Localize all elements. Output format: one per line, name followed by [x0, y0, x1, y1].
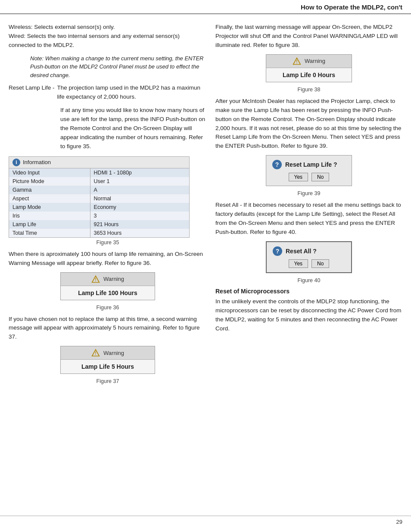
dialog39-icon: ?: [272, 160, 282, 169]
table-cell-label: Gamma: [9, 186, 90, 194]
table-row: Lamp Life921 Hours: [9, 220, 189, 229]
warning-triangle-icon-37: !: [91, 348, 100, 357]
dialog39-no-button[interactable]: No: [311, 173, 329, 181]
table-cell-value: User 1: [90, 177, 189, 186]
table-cell-value: 3: [90, 212, 189, 220]
para-100hrs: When there is aproximately 100 hours of …: [9, 250, 207, 268]
table-cell-label: Iris: [9, 212, 90, 220]
dialog40-buttons: Yes No: [273, 259, 345, 268]
dialog40-yes-button[interactable]: Yes: [289, 259, 308, 268]
table-row: GammaA: [9, 186, 189, 194]
para-reset: After your McIntosh Dealer has replaced …: [215, 97, 402, 151]
info-table-title: Information: [23, 159, 51, 165]
hours-para: If at any time you would like to know ho…: [9, 106, 207, 151]
warning36-body: Lamp Life 100 Hours: [61, 286, 155, 300]
table-row: Picture ModeUser 1: [9, 177, 189, 186]
table-cell-value: Economy: [90, 203, 189, 212]
page-container: How to Operate the MDLP2, con't Wireless…: [0, 0, 411, 532]
table-cell-label: Lamp Mode: [9, 203, 90, 212]
warning36-header: ! Warning: [61, 273, 155, 286]
info-table: Video InputHDMI 1 - 1080pPicture ModeUse…: [9, 168, 189, 237]
reset-all-label: Reset All -: [215, 202, 242, 208]
reset-all-text: If it becomes necessary to reset all the…: [215, 202, 401, 235]
figure35-caption: Figure 35: [9, 240, 207, 246]
table-cell-label: Aspect: [9, 194, 90, 203]
warning37-body: Lamp Life 5 Hours: [61, 360, 155, 373]
warning38-body: Lamp Life 0 Hours: [266, 68, 352, 82]
svg-text:!: !: [95, 277, 96, 282]
table-cell-label: Video Input: [9, 168, 90, 177]
info-icon: i: [12, 159, 20, 166]
content-area: Wireless: Selects external sensor(s) onl…: [0, 14, 411, 406]
reset-lamp-block: Reset Lamp Life - The projection lamp us…: [9, 84, 207, 102]
table-cell-label: Lamp Life: [9, 220, 90, 229]
svg-text:!: !: [95, 351, 96, 356]
figure36-caption: Figure 36: [9, 305, 207, 311]
table-row: Iris3: [9, 212, 189, 220]
warning37-header: ! Warning: [61, 346, 155, 360]
page-footer: 29: [0, 516, 411, 528]
table-row: Lamp ModeEconomy: [9, 203, 189, 212]
figure38-caption: Figure 38: [215, 87, 402, 93]
info-table-wrapper: i Information Video InputHDMI 1 - 1080pP…: [9, 156, 190, 238]
note-block: Note: When making a change to the curren…: [9, 54, 207, 80]
warning38-title: Warning: [305, 58, 325, 64]
page-header: How to Operate the MDLP2, con't: [0, 0, 411, 14]
table-row: Video InputHDMI 1 - 1080p: [9, 168, 189, 177]
warning36-title: Warning: [103, 276, 124, 282]
table-cell-value: HDMI 1 - 1080p: [90, 168, 189, 177]
para-final: Finally, the last warning message will a…: [215, 23, 402, 50]
table-cell-label: Total Time: [9, 229, 90, 237]
warning-box-37: ! Warning Lamp Life 5 Hours: [60, 346, 155, 374]
svg-text:!: !: [296, 59, 297, 64]
wireless-wired-para: Wireless: Selects external sensor(s) onl…: [9, 23, 207, 50]
dialog-box-40: ? Reset All ? Yes No: [266, 241, 352, 273]
dialog39-yes-button[interactable]: Yes: [289, 173, 308, 181]
table-cell-label: Picture Mode: [9, 177, 90, 186]
figure37-caption: Figure 37: [9, 378, 207, 384]
warning38-header: ! Warning: [266, 55, 352, 68]
table-row: AspectNormal: [9, 194, 189, 203]
dialog40-header: ? Reset All ?: [273, 246, 345, 256]
info-table-header: i Information: [9, 157, 189, 168]
table-cell-value: 921 Hours: [90, 220, 189, 229]
right-column: Finally, the last warning message will a…: [215, 23, 402, 389]
left-column: Wireless: Selects external sensor(s) onl…: [9, 23, 207, 389]
warning-box-36: ! Warning Lamp Life 100 Hours: [60, 272, 155, 300]
dialog40-title: Reset All ?: [286, 248, 317, 255]
warning-box-38: ! Warning Lamp Life 0 Hours: [266, 54, 352, 82]
reset-micro-text: In the unlikely event the controls of th…: [215, 297, 402, 333]
para-5hrs: If you have chosen not to replace the la…: [9, 315, 207, 342]
figure39-caption: Figure 39: [215, 190, 402, 196]
warning37-title: Warning: [103, 350, 124, 356]
table-cell-value: 3653 Hours: [90, 229, 189, 237]
dialog40-no-button[interactable]: No: [311, 259, 329, 268]
dialog40-icon: ?: [273, 246, 282, 256]
table-row: Total Time3653 Hours: [9, 229, 189, 237]
reset-all-text-block: Reset All - If it becomes necessary to r…: [215, 201, 402, 237]
dialog39-title: Reset Lamp Life ?: [285, 161, 337, 168]
warning-triangle-icon-38: !: [293, 57, 301, 65]
dialog-box-39: ? Reset Lamp Life ? Yes No: [266, 155, 352, 186]
warning-triangle-icon: !: [91, 275, 100, 283]
table-cell-value: A: [90, 186, 189, 194]
dialog39-buttons: Yes No: [272, 173, 346, 181]
table-cell-value: Normal: [90, 194, 189, 203]
page-number: 29: [396, 519, 402, 525]
page-title: How to Operate the MDLP2, con't: [301, 3, 402, 11]
figure40-caption: Figure 40: [215, 277, 402, 283]
dialog39-header: ? Reset Lamp Life ?: [272, 160, 346, 169]
reset-micro-heading: Reset of Microprocessors: [215, 288, 402, 295]
reset-lamp-text: The projection lamp used in the MDLP2 ha…: [57, 84, 207, 102]
reset-lamp-label: Reset Lamp Life -: [9, 84, 55, 93]
